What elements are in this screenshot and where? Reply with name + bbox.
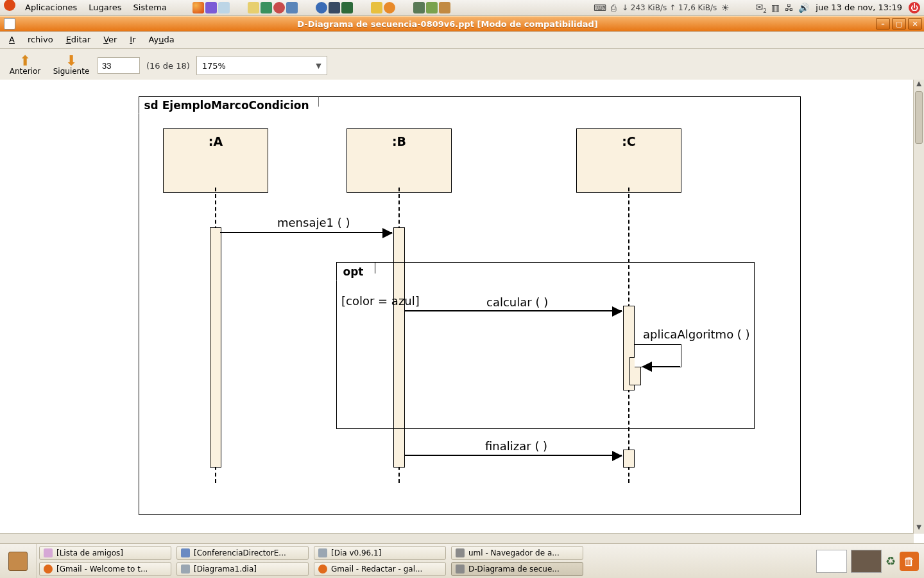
app-toolbar: ⬆ Anterior ⬇ Siguiente (16 de 18) 175% ▼ [0,49,924,83]
tray-weather-icon[interactable]: ☀ [719,3,731,13]
prev-page-button[interactable]: ⬆ Anterior [5,51,45,80]
volume-icon[interactable]: 🔊 [798,3,809,13]
workspace-1[interactable] [816,550,847,573]
task-d-diagrama[interactable]: D-Diagrama de secue... [451,562,583,576]
gnome-bottom-panel: [Lista de amigos] [Gmail - Welcome to t.… [0,543,924,578]
activation-c2 [623,450,635,468]
launcher-app3-icon[interactable] [260,1,273,14]
self-return-arrow-icon [642,361,683,372]
network-icon[interactable]: 🖧 [783,3,795,13]
tray-bottom-icon[interactable]: ♻ [886,554,896,568]
msg1-arrow [220,232,392,233]
next-page-button[interactable]: ⬇ Siguiente [51,51,91,80]
show-desktop-button[interactable] [0,544,37,578]
tray-icon[interactable]: ▥ [769,3,781,13]
menu-edit[interactable]: Editar [60,31,98,48]
scroll-up-icon[interactable]: ▲ [914,80,924,90]
menu-view[interactable]: Ver [97,31,123,48]
menu-applications[interactable]: Aplicaciones [19,0,83,15]
lifeline-c-head: :C [576,128,681,193]
activation-a [210,227,221,468]
maximize-button[interactable]: ▢ [892,18,906,30]
msg-calcular-label: calcular ( ) [486,295,548,309]
net-down-icon: ↓ 243 KiB/s [622,3,667,12]
document-icon [4,18,15,30]
launcher-app6-icon[interactable] [315,1,328,14]
gnome-top-panel: Aplicaciones Lugares Sistema ⌨ ⎙ ↓ 243 K… [0,0,924,16]
tray-icon[interactable]: ⌨ [594,3,605,13]
launcher-app7-icon[interactable] [328,1,341,14]
minimize-button[interactable]: – [876,18,890,30]
prev-label: Anterior [10,67,40,76]
launcher-app12-icon[interactable] [425,1,438,14]
lifeline-a-head: :A [163,128,268,193]
tray-icon[interactable]: ⎙ [608,3,619,13]
msg-finalizar-arrow [404,455,622,456]
menu-system[interactable]: Sistema [128,0,173,15]
zoom-combo[interactable]: 175% ▼ [196,56,327,75]
msg-finalizar-label: finalizar ( ) [485,439,547,453]
vertical-scrollbar[interactable]: ▲ ▼ [913,80,924,534]
clock[interactable]: jue 13 de nov, 13:19 [812,0,906,15]
task-gmail-welcome[interactable]: [Gmail - Welcome to t... [39,562,171,576]
arrow-up-icon: ⬆ [19,55,31,67]
sd-frame-title: sd EjemploMarcoCondicion [139,96,319,114]
window-titlebar[interactable]: D-Diagrama de secuencia-0809v6.ppt [Modo… [0,16,924,31]
menu-file[interactable]: Archivo [3,31,60,48]
task-dia[interactable]: [Dia v0.96.1] [314,546,446,560]
task-lista-amigos[interactable]: [Lista de amigos] [39,546,171,560]
opt-fragment: opt [336,262,755,429]
launcher-app5-icon[interactable] [286,1,298,14]
launcher-app2-icon[interactable] [247,1,260,14]
page-number-input[interactable] [98,57,140,74]
power-icon[interactable]: ⏻ [909,2,920,13]
launcher-app13-icon[interactable] [438,1,451,14]
mail-icon[interactable]: ✉2 [755,2,767,14]
chevron-down-icon: ▼ [316,62,321,70]
zoom-value: 175% [202,61,226,71]
task-uml-nav[interactable]: uml - Navegador de a... [451,546,583,560]
next-label: Siguiente [53,67,90,76]
trash-icon[interactable]: 🗑 [900,552,919,571]
horizontal-scrollbar[interactable] [0,533,914,544]
launcher-pidgin-icon[interactable] [205,1,218,14]
launcher-app9-icon[interactable] [370,1,383,14]
document-viewport: sd EjemploMarcoCondicion :A :B :C mensaj… [0,80,924,544]
launcher-app10-icon[interactable] [383,1,396,14]
menu-help[interactable]: Ayuda [142,31,181,48]
launcher-app8-icon[interactable] [341,1,354,14]
menu-go[interactable]: Ir [123,31,142,48]
ubuntu-menu-icon[interactable] [0,0,19,16]
system-tray: ⌨ ⎙ ↓ 243 KiB/s ↑ 17,6 KiB/s ☀ ✉2 ▥ 🖧 🔊 … [590,0,924,15]
msg-calcular-arrow [404,310,622,311]
task-gmail-redactar[interactable]: Gmail - Redactar - gal... [314,562,446,576]
svg-marker-1 [642,362,652,372]
task-conferencia[interactable]: [ConferenciaDirectorE... [176,546,309,560]
workspace-2[interactable] [851,550,882,573]
app-menubar: Archivo Editar Ver Ir Ayuda [0,31,924,49]
launcher-app11-icon[interactable] [413,1,425,14]
close-button[interactable]: ✕ [908,18,922,30]
net-up-icon: ↑ 17,6 KiB/s [669,3,717,12]
page-count-label: (16 de 18) [146,61,190,71]
launcher-firefox-icon[interactable] [192,1,205,14]
msg1-label: mensaje1 ( ) [277,216,350,229]
opt-label: opt [336,262,376,281]
scroll-thumb[interactable] [915,91,923,144]
arrow-down-icon: ⬇ [65,55,77,67]
lifeline-b-head: :B [346,128,452,193]
launcher-app1-icon[interactable] [218,1,230,14]
window-title: D-Diagrama de secuencia-0809v6.ppt [Modo… [19,19,876,29]
opt-guard: [color = azul] [341,294,420,308]
task-diagrama1[interactable]: [Diagrama1.dia] [176,562,309,576]
menu-places[interactable]: Lugares [83,0,127,15]
slide-canvas: sd EjemploMarcoCondicion :A :B :C mensaj… [4,82,912,532]
msg-algo-label: aplicaAlgoritmo ( ) [643,328,750,341]
scroll-down-icon[interactable]: ▼ [914,523,924,534]
launcher-app4-icon[interactable] [273,1,286,14]
